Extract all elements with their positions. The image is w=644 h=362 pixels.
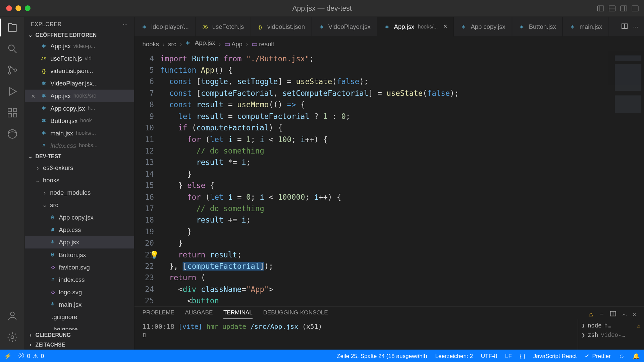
svg-point-19 — [11, 336, 14, 339]
breadcrumb-item[interactable]: src — [168, 40, 176, 47]
editor-tab[interactable]: useFetch.js — [196, 17, 251, 36]
breadcrumb-item[interactable]: hooks — [143, 40, 159, 47]
open-editor-item[interactable]: App copy.jsxh... — [25, 102, 134, 114]
code-editor[interactable]: 4567891011121314151617181920212223242526… — [135, 51, 644, 306]
editor-tab[interactable]: Button.jsx — [512, 17, 563, 36]
open-editor-item[interactable]: main.jsxhooks/... — [25, 127, 134, 139]
account-icon[interactable] — [6, 310, 18, 322]
status-errors[interactable]: ⓧ0⚠0 — [18, 352, 44, 360]
file-row[interactable]: main.jsx — [25, 298, 134, 310]
breadcrumb-item[interactable]: ▭ result — [252, 40, 274, 47]
status-encoding[interactable]: UTF-8 — [481, 353, 497, 359]
file-row[interactable]: index.css — [25, 273, 134, 286]
warning-icon[interactable]: ⚠ — [588, 311, 594, 317]
file-icon — [42, 325, 50, 330]
svg-point-18 — [10, 312, 14, 316]
split-terminal-icon[interactable] — [610, 310, 616, 318]
layout-full-icon[interactable] — [632, 5, 639, 12]
status-bell-icon[interactable]: 🔔 — [633, 353, 640, 359]
terminal-output[interactable]: 11:00:18 [vite] hmr update /src/App.jsx … — [135, 319, 578, 350]
debug-icon[interactable] — [6, 85, 18, 98]
folder-row[interactable]: ›node_modules — [25, 186, 134, 199]
folder-row[interactable]: ⌄src — [25, 199, 134, 211]
editor-tab[interactable]: App.jsxhooks/...× — [377, 17, 454, 36]
svg-marker-12 — [9, 87, 16, 95]
open-editor-item[interactable]: videoList.json... — [25, 65, 134, 77]
open-editor-item[interactable]: useFetch.jsvid... — [25, 52, 134, 65]
status-prettier[interactable]: ✓Prettier — [585, 353, 611, 359]
file-row[interactable]: logo.svg — [25, 286, 134, 298]
project-header[interactable]: ⌄ DEV-TEST — [25, 152, 134, 162]
file-row[interactable]: .hgignore — [25, 323, 134, 330]
file-row[interactable]: App.css — [25, 224, 134, 236]
minimize-window-button[interactable] — [15, 5, 21, 11]
status-braces-icon[interactable]: { } — [520, 353, 525, 359]
status-feedback-icon[interactable]: ☺ — [619, 353, 625, 359]
maximize-panel-icon[interactable]: ︿ — [622, 310, 627, 318]
close-icon[interactable]: × — [443, 23, 447, 31]
open-editor-item[interactable]: ×App.jsxhooks/src — [25, 89, 134, 102]
split-editor-icon[interactable] — [622, 23, 628, 31]
outline-header[interactable]: › GLIEDERUNG — [25, 330, 134, 340]
status-cursor-pos[interactable]: Zeile 25, Spalte 24 (18 ausgewählt) — [337, 353, 427, 359]
open-editor-item[interactable]: App.jsxvideo-p... — [25, 40, 134, 52]
search-icon[interactable] — [6, 43, 18, 55]
tab-label: VideoPlayer.jsx — [328, 23, 371, 30]
file-path: video-p... — [73, 43, 131, 49]
close-icon[interactable]: × — [29, 92, 37, 100]
editor-tab[interactable]: VideoPlayer.jsx — [312, 17, 377, 36]
close-panel-icon[interactable]: × — [633, 311, 636, 317]
open-editor-item[interactable]: Button.jsxhook... — [25, 114, 134, 127]
edge-icon[interactable] — [6, 128, 18, 140]
sidebar-more-icon[interactable]: ⋯ — [122, 21, 128, 28]
more-icon[interactable]: ⋯ — [633, 23, 639, 30]
file-row[interactable]: Button.jsx — [25, 248, 134, 261]
file-row[interactable]: favicon.svg — [25, 261, 134, 273]
lightbulb-icon[interactable]: 💡 — [150, 249, 159, 260]
panel-tab[interactable]: PROBLEME — [143, 309, 174, 319]
breadcrumb-item[interactable]: ▭ App — [224, 40, 243, 47]
layout-bottom-icon[interactable] — [609, 5, 616, 12]
explorer-icon[interactable] — [6, 21, 18, 34]
folder-row[interactable]: ›es6-exkurs — [25, 162, 134, 174]
new-terminal-icon[interactable]: ＋ — [599, 310, 605, 318]
settings-icon[interactable] — [6, 331, 18, 343]
status-remote[interactable]: ⚡ — [4, 353, 11, 359]
open-editor-item[interactable]: index.csshooks... — [25, 139, 134, 152]
breadcrumb-item[interactable]: App.jsx — [185, 39, 215, 48]
extensions-icon[interactable] — [6, 107, 18, 119]
file-icon — [40, 141, 48, 149]
file-name: index.css — [50, 142, 76, 149]
file-path: hook... — [80, 118, 131, 124]
tab-label: App copy.jsx — [471, 23, 505, 30]
editor-tab[interactable]: App copy.jsx — [454, 17, 512, 36]
maximize-window-button[interactable] — [25, 5, 31, 11]
folder-row[interactable]: ⌄hooks — [25, 174, 134, 186]
timeline-header[interactable]: › ZEITACHSE — [25, 340, 134, 350]
open-editor-item[interactable]: VideoPlayer.jsx... — [25, 77, 134, 89]
scm-icon[interactable] — [6, 64, 18, 76]
panel-tab[interactable]: AUSGABE — [185, 309, 213, 319]
editor-tab[interactable]: main.jsx — [563, 17, 609, 36]
status-eol[interactable]: LF — [505, 353, 512, 359]
item-label: src — [50, 201, 58, 208]
terminal-instance[interactable]: ❯nodeh…⚠ — [582, 321, 640, 330]
file-name: videoList.json... — [50, 67, 93, 74]
layout-right-icon[interactable] — [620, 5, 627, 12]
breadcrumbs[interactable]: hooks›src› App.jsx›▭ App›▭ result — [135, 37, 644, 51]
terminal-instance[interactable]: ❯zshvideo-… — [582, 330, 640, 340]
file-path: h... — [88, 105, 131, 112]
file-row[interactable]: App.jsx — [25, 236, 134, 248]
status-indent[interactable]: Leerzeichen: 2 — [435, 353, 473, 359]
file-row[interactable]: App copy.jsx — [25, 211, 134, 224]
layout-left-icon[interactable] — [597, 5, 604, 12]
close-window-button[interactable] — [6, 5, 12, 11]
open-editors-header[interactable]: ⌄ GEÖFFNETE EDITOREN — [25, 30, 134, 40]
file-row[interactable]: .gitignore — [25, 310, 134, 323]
editor-tab[interactable]: ideo-player/... — [135, 17, 196, 36]
panel-tab[interactable]: DEBUGGING-KONSOLE — [263, 309, 328, 319]
editor-tab[interactable]: videoList.json — [251, 17, 312, 36]
status-language[interactable]: JavaScript React — [533, 353, 577, 359]
minimap[interactable] — [609, 51, 644, 306]
panel-tab[interactable]: TERMINAL — [223, 309, 253, 319]
